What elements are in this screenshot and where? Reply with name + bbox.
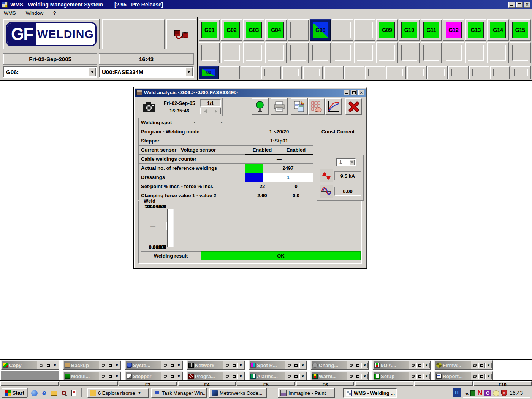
group-button[interactable]: G03	[243, 19, 264, 41]
taskbar-task-esplora-risorse[interactable]: 6 Esplora risorse ▼	[87, 388, 149, 398]
minimized-window-titlebar[interactable]: Setup	[374, 372, 409, 380]
group-button[interactable]	[310, 42, 331, 63]
group-button[interactable]: G02	[221, 19, 242, 41]
group-button[interactable]: G01	[199, 19, 220, 41]
restore-button[interactable]	[410, 374, 416, 379]
unit-button[interactable]	[324, 66, 344, 79]
minimized-window[interactable]: Network ×	[187, 360, 245, 370]
minimized-window[interactable]: Firmw... ×	[434, 360, 493, 370]
maximize-button[interactable]	[107, 374, 113, 379]
unit-button[interactable]	[448, 66, 469, 79]
group-button[interactable]	[354, 42, 375, 63]
minimized-window-titlebar[interactable]: Modul...	[64, 372, 99, 380]
unit-button[interactable]	[365, 66, 385, 79]
program-grid-button[interactable]	[308, 98, 325, 115]
maximize-button[interactable]	[516, 2, 523, 8]
close-button[interactable]: ×	[114, 374, 120, 379]
group-button[interactable]: G14	[487, 19, 508, 41]
minimized-window[interactable]: Progra... ×	[187, 371, 245, 381]
quicklaunch-document-icon[interactable]	[70, 389, 78, 397]
minimized-window-titlebar[interactable]: Copy	[2, 361, 37, 369]
tray-purple-o-icon[interactable]: O	[484, 390, 491, 396]
close-button[interactable]: ×	[114, 363, 120, 368]
group-button[interactable]	[243, 42, 264, 63]
minimized-window[interactable]: Modul... ×	[63, 371, 121, 381]
minimize-button[interactable]	[508, 2, 515, 8]
close-button[interactable]: ×	[299, 363, 306, 368]
minimized-window[interactable]: Stepper ×	[125, 371, 183, 381]
function-key-button[interactable]	[0, 381, 59, 386]
minimized-window-titlebar[interactable]: Backup	[64, 361, 99, 369]
minimized-window-titlebar[interactable]: Chang...	[312, 361, 347, 369]
program-combobox[interactable]: U00:FASE334M	[99, 66, 194, 78]
minimized-window[interactable]: Setup ×	[372, 371, 431, 381]
restore-button[interactable]	[224, 363, 230, 368]
unit-button[interactable]	[241, 66, 261, 79]
menu-item[interactable]: Window	[26, 10, 43, 16]
minimized-window-titlebar[interactable]: Spot R...	[250, 361, 285, 369]
tray-hand-icon[interactable]	[493, 390, 499, 396]
restore-button[interactable]	[348, 374, 354, 379]
group-button[interactable]: G10	[399, 19, 420, 41]
function-key-button[interactable]	[414, 381, 473, 386]
group-button[interactable]	[376, 42, 397, 63]
close-button[interactable]: ×	[485, 374, 492, 379]
minimized-window[interactable]: Spot R... ×	[249, 360, 307, 370]
maximize-button[interactable]	[293, 363, 299, 368]
group-combobox[interactable]: G06:	[3, 66, 97, 78]
restore-button[interactable]	[410, 363, 416, 368]
group-button[interactable]	[354, 19, 375, 41]
close-button[interactable]: ×	[176, 374, 182, 379]
restore-button[interactable]	[100, 363, 106, 368]
taskbar-task-task-manager[interactable]: Task Manager Win...	[151, 388, 207, 398]
print-button[interactable]	[271, 98, 288, 115]
tray-antivirus-n-icon[interactable]: N	[477, 390, 483, 396]
restore-button[interactable]	[286, 374, 292, 379]
maximize-button[interactable]	[169, 363, 175, 368]
maximize-button[interactable]	[416, 374, 423, 379]
group-button[interactable]: G13	[465, 19, 486, 41]
restore-button[interactable]	[162, 363, 168, 368]
function-key-button[interactable]: F6	[296, 381, 355, 386]
group-button[interactable]: G12	[443, 19, 464, 41]
tray-status-icon[interactable]	[470, 390, 475, 396]
dialog-exit-button[interactable]	[345, 98, 362, 115]
maximize-button[interactable]	[478, 363, 485, 368]
quicklaunch-search-icon[interactable]	[60, 389, 68, 397]
minimized-window[interactable]: I/O A... ×	[372, 360, 431, 370]
minimized-window-titlebar[interactable]: Report...	[435, 372, 471, 380]
restore-button[interactable]	[472, 374, 478, 379]
close-button[interactable]: ×	[299, 374, 306, 379]
minimized-window-titlebar[interactable]: Warni...	[312, 372, 347, 380]
restore-button[interactable]	[348, 363, 354, 368]
dialog-minimize-button[interactable]	[344, 90, 350, 95]
maximize-button[interactable]	[355, 374, 361, 379]
menu-item[interactable]: ?	[53, 10, 56, 16]
close-button[interactable]: ×	[361, 363, 368, 368]
copy-report-button[interactable]	[291, 98, 308, 115]
unit-button[interactable]	[407, 66, 427, 79]
close-button[interactable]: ×	[176, 363, 182, 368]
unit-button[interactable]	[386, 66, 406, 79]
group-button[interactable]	[332, 42, 353, 63]
function-key-button[interactable]	[60, 381, 118, 386]
pulse-selector-dropdown-button[interactable]	[349, 159, 355, 165]
restore-button[interactable]	[38, 363, 44, 368]
start-button[interactable]: Start	[2, 388, 27, 398]
maximize-button[interactable]	[416, 363, 423, 368]
group-button[interactable]: G04	[265, 19, 287, 41]
minimized-window[interactable]: Alarms... ×	[249, 371, 307, 381]
maximize-button[interactable]	[45, 363, 51, 368]
minimized-window[interactable]: Warni... ×	[310, 371, 369, 381]
unit-button[interactable]	[344, 66, 364, 79]
close-button[interactable]: ×	[238, 374, 244, 379]
close-button[interactable]: ×	[52, 363, 58, 368]
unit-button[interactable]	[282, 66, 302, 79]
group-button[interactable]: G06	[310, 19, 331, 41]
maximize-button[interactable]	[231, 363, 237, 368]
function-key-button[interactable]: F5	[237, 381, 295, 386]
restore-button[interactable]	[472, 363, 478, 368]
dialog-maximize-button[interactable]	[351, 90, 357, 95]
minimized-window[interactable]: Backup ×	[63, 360, 121, 370]
chevron-down-icon[interactable]: ▼	[138, 391, 141, 395]
